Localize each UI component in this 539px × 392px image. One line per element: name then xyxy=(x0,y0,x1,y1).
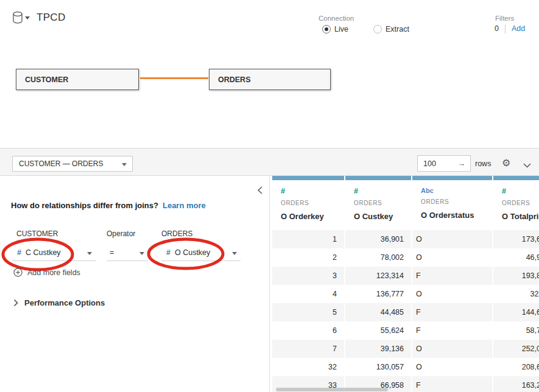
chevron-down-icon xyxy=(232,252,237,255)
grid-cell: 32, xyxy=(493,285,539,303)
grid-cell: 78,002 xyxy=(345,248,411,267)
column-source: ORDERS xyxy=(412,194,492,205)
learn-more-link[interactable]: Learn more xyxy=(163,201,206,210)
row-count-input[interactable]: 100 → xyxy=(417,155,471,172)
preview-toolbar: CUSTOMER — ORDERS 100 → rows ⚙ xyxy=(0,148,539,176)
grid-cell: 4 xyxy=(272,285,344,303)
column-source: ORDERS xyxy=(345,195,411,206)
column-header[interactable]: Abc ORDERS O Orderstatus xyxy=(412,180,492,230)
left-table-column-label: CUSTOMER xyxy=(16,229,58,238)
right-table-column-label: ORDERS xyxy=(161,229,192,238)
radio-extract-icon[interactable] xyxy=(373,25,382,33)
column-accent-strip xyxy=(493,176,539,180)
grid-cell: O xyxy=(412,285,492,303)
horizontal-scrollbar-thumb[interactable] xyxy=(276,388,388,391)
radio-extract[interactable]: Extract xyxy=(373,24,409,34)
filters-divider xyxy=(505,24,506,33)
database-menu-caret-icon[interactable] xyxy=(25,16,30,19)
right-field-value: O Custkey xyxy=(175,248,210,257)
grid-cell: 123,314 xyxy=(345,267,411,285)
operator-value: = xyxy=(110,248,114,257)
relationship-editor-panel: How do relationships differ from joins?L… xyxy=(0,176,270,392)
column-header[interactable]: # ORDERS O Custkey xyxy=(345,180,411,230)
tableau-datasource-page: TPCD Connection Live Extract Filters 0 A… xyxy=(0,0,539,392)
string-type-icon: Abc xyxy=(412,180,492,194)
grid-cell: 1 xyxy=(272,230,344,248)
grid-column-totalprice: # ORDERS O Totalprice 173,6 46,9 193,8 3… xyxy=(493,176,539,392)
grid-column-orderstatus: Abc ORDERS O Orderstatus O O F O F F O O… xyxy=(412,176,492,392)
column-source: ORDERS xyxy=(272,195,344,206)
apply-rows-arrow-icon[interactable]: → xyxy=(457,159,465,168)
grid-cell: 7 xyxy=(272,340,344,358)
grid-cell: F xyxy=(412,303,492,321)
panel-collapse-chevron-icon[interactable] xyxy=(256,186,263,197)
datasource-title[interactable]: TPCD xyxy=(37,12,65,24)
performance-options-expander[interactable]: Performance Options xyxy=(13,298,105,307)
data-preview-grid: # ORDERS O Orderkey 1 2 3 4 5 6 7 32 33 … xyxy=(270,176,539,392)
grid-cell: F xyxy=(412,376,492,392)
column-header[interactable]: # ORDERS O Totalprice xyxy=(493,180,539,230)
performance-options-label: Performance Options xyxy=(24,298,105,307)
canvas-table-customer[interactable]: CUSTOMER xyxy=(16,69,139,90)
number-type-icon: # xyxy=(272,180,344,195)
grid-cell: 208,6 xyxy=(493,358,539,376)
connection-label: Connection xyxy=(319,15,354,22)
canvas-table-orders[interactable]: ORDERS xyxy=(209,69,331,90)
grid-cell: 3 xyxy=(272,267,344,285)
plus-circle-icon xyxy=(13,268,23,277)
radio-extract-label: Extract xyxy=(386,25,409,33)
grid-cell: 130,057 xyxy=(345,358,411,376)
relationship-noodle[interactable] xyxy=(140,77,208,79)
number-field-icon: # xyxy=(17,248,21,257)
add-more-fields-label: Add more fields xyxy=(27,268,80,277)
relationship-selector[interactable]: CUSTOMER — ORDERS xyxy=(12,156,133,172)
column-source: ORDERS xyxy=(493,195,539,206)
right-field-dropdown[interactable]: # O Custkey xyxy=(161,245,241,261)
number-type-icon: # xyxy=(493,180,539,195)
grid-cell: 173,6 xyxy=(493,230,539,248)
radio-live-label: Live xyxy=(334,25,348,33)
grid-cell: O xyxy=(412,358,492,376)
column-accent-strip xyxy=(345,176,411,180)
filters-count: 0 xyxy=(495,24,499,33)
left-field-value: C Custkey xyxy=(26,248,61,257)
left-field-dropdown[interactable]: # C Custkey xyxy=(12,245,96,261)
column-field-name: O Orderkey xyxy=(272,206,344,221)
chevron-down-icon xyxy=(122,163,127,166)
radio-live[interactable]: Live xyxy=(322,24,348,34)
grid-cell: 252,0 xyxy=(493,340,539,358)
grid-cell: F xyxy=(412,321,492,340)
grid-cell: O xyxy=(412,230,492,248)
number-type-icon: # xyxy=(345,180,411,195)
grid-cell: 163,2 xyxy=(493,376,539,392)
grid-column-orderkey: # ORDERS O Orderkey 1 2 3 4 5 6 7 32 33 xyxy=(272,176,344,392)
grid-cell: 39,136 xyxy=(345,340,411,358)
column-field-name: O Orderstatus xyxy=(412,205,492,220)
operator-column-label: Operator xyxy=(107,229,135,238)
relationship-selector-label: CUSTOMER — ORDERS xyxy=(19,159,103,168)
add-more-fields-button[interactable]: Add more fields xyxy=(13,268,80,277)
radio-live-icon[interactable] xyxy=(322,25,331,33)
grid-cell: 55,624 xyxy=(345,321,411,340)
column-header[interactable]: # ORDERS O Orderkey xyxy=(272,180,344,230)
grid-settings-gear-icon[interactable]: ⚙ xyxy=(502,157,510,169)
column-field-name: O Custkey xyxy=(345,206,411,221)
grid-cell: 32 xyxy=(272,358,344,376)
row-count-value[interactable]: 100 xyxy=(423,159,436,168)
chevron-down-icon xyxy=(87,252,92,255)
grid-cell: 36,901 xyxy=(345,230,411,248)
grid-cell: 2 xyxy=(272,248,344,267)
question-text: How do relationships differ from joins? xyxy=(11,201,158,210)
grid-cell: 136,777 xyxy=(345,285,411,303)
filters-add-link[interactable]: Add xyxy=(512,24,525,33)
grid-cell: 6 xyxy=(272,321,344,340)
database-icon[interactable] xyxy=(12,11,23,27)
column-accent-strip xyxy=(272,176,344,180)
grid-cell: 58,7 xyxy=(493,321,539,340)
column-field-name: O Totalprice xyxy=(493,206,539,221)
rows-label: rows xyxy=(475,159,491,168)
grid-cell: 46,9 xyxy=(493,248,539,267)
chevron-right-icon xyxy=(13,299,18,307)
operator-dropdown[interactable]: = xyxy=(107,245,148,261)
grid-collapse-chevron-icon[interactable] xyxy=(523,160,532,171)
